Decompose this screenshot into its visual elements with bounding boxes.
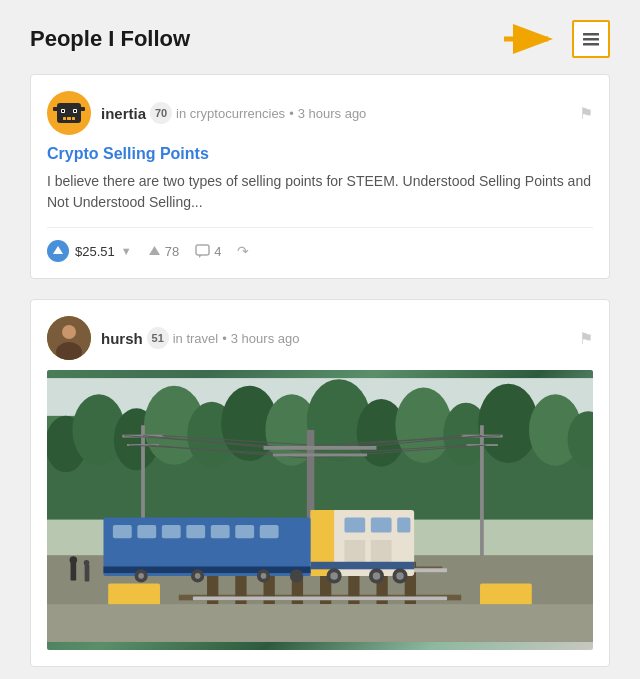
svg-marker-15: [53, 246, 63, 254]
post-category-2: in travel: [173, 331, 219, 346]
svg-point-85: [396, 572, 404, 580]
svg-rect-87: [113, 525, 132, 538]
person-avatar-icon: [47, 316, 91, 360]
svg-rect-74: [344, 518, 365, 533]
post-meta-2: hursh 51 in travel • 3 hours ago: [47, 316, 299, 360]
svg-rect-3: [583, 38, 599, 41]
post-excerpt-1: I believe there are two types of selling…: [47, 171, 593, 213]
train-scene-svg: [47, 370, 593, 650]
svg-rect-79: [311, 562, 415, 570]
user-info-2: hursh 51 in travel • 3 hours ago: [101, 327, 299, 349]
username-inertia[interactable]: inertia: [101, 105, 146, 122]
svg-rect-90: [186, 525, 205, 538]
svg-rect-108: [47, 604, 593, 642]
upvote-icon: [52, 245, 64, 257]
svg-point-107: [84, 560, 90, 566]
svg-marker-16: [149, 246, 160, 255]
svg-rect-75: [371, 518, 392, 533]
svg-rect-91: [211, 525, 230, 538]
svg-rect-92: [235, 525, 254, 538]
svg-point-20: [62, 325, 76, 339]
svg-rect-12: [63, 117, 66, 120]
comment-icon: [195, 244, 210, 259]
flag-icon-1[interactable]: ⚑: [579, 104, 593, 123]
svg-rect-57: [264, 446, 377, 450]
svg-rect-11: [74, 110, 76, 112]
post-image-2: [47, 370, 593, 650]
svg-rect-58: [273, 454, 367, 457]
monster-avatar-icon: [53, 97, 85, 129]
svg-rect-104: [71, 562, 77, 581]
svg-rect-2: [583, 33, 599, 36]
svg-rect-88: [137, 525, 156, 538]
post-category-1: in cryptocurrencies: [176, 106, 285, 121]
svg-rect-13: [67, 117, 71, 120]
reputation-inertia: 70: [150, 102, 172, 124]
avatar-hursh: [47, 316, 91, 360]
upvote-number-1: 78: [165, 244, 179, 259]
comment-number-1: 4: [214, 244, 221, 259]
page-header: People I Follow: [30, 20, 610, 58]
post-card-2: hursh 51 in travel • 3 hours ago ⚑: [30, 299, 610, 667]
share-icon-1[interactable]: ↷: [237, 243, 249, 259]
svg-point-83: [373, 572, 381, 580]
arrow-icon: [504, 21, 564, 57]
svg-point-81: [330, 572, 338, 580]
divider-1: [47, 227, 593, 228]
post-time-2b: 3 hours ago: [231, 331, 300, 346]
svg-marker-18: [199, 255, 202, 258]
svg-rect-106: [85, 565, 90, 582]
post-time-1: •: [289, 106, 294, 121]
svg-point-101: [290, 569, 303, 582]
post-header-1: inertia 70 in cryptocurrencies • 3 hours…: [47, 91, 593, 135]
upvotes-count-1[interactable]: 78: [148, 244, 179, 259]
post-meta-1: inertia 70 in cryptocurrencies • 3 hours…: [47, 91, 366, 135]
svg-rect-6: [53, 107, 59, 111]
svg-rect-7: [79, 107, 85, 111]
post-actions-1: $25.51 ▼ 78 4 ↷: [47, 240, 593, 262]
user-info-1: inertia 70 in cryptocurrencies • 3 hours…: [101, 102, 366, 124]
flag-icon-2[interactable]: ⚑: [579, 329, 593, 348]
svg-rect-10: [62, 110, 64, 112]
header-right: [504, 20, 610, 58]
svg-rect-94: [103, 566, 310, 573]
list-icon: [581, 29, 601, 49]
svg-rect-17: [196, 245, 209, 255]
post-card-1: inertia 70 in cryptocurrencies • 3 hours…: [30, 74, 610, 279]
svg-rect-76: [397, 518, 410, 533]
page-title: People I Follow: [30, 26, 190, 52]
list-view-button[interactable]: [572, 20, 610, 58]
svg-rect-14: [72, 117, 75, 120]
svg-rect-89: [162, 525, 181, 538]
vote-circle-icon: [47, 240, 69, 262]
vote-dropdown-1[interactable]: ▼: [121, 245, 132, 257]
svg-point-96: [138, 573, 144, 579]
svg-point-100: [261, 573, 267, 579]
svg-rect-93: [260, 525, 279, 538]
username-hursh[interactable]: hursh: [101, 330, 143, 347]
reputation-hursh: 51: [147, 327, 169, 349]
svg-rect-4: [583, 43, 599, 46]
svg-point-37: [478, 384, 538, 463]
svg-rect-71: [193, 597, 447, 601]
page-wrapper: People I Follow: [0, 0, 640, 679]
avatar-inertia: [47, 91, 91, 135]
vote-button-1[interactable]: $25.51 ▼: [47, 240, 132, 262]
svg-point-105: [70, 556, 78, 564]
post-header-2: hursh 51 in travel • 3 hours ago ⚑: [47, 316, 593, 360]
post-title-1[interactable]: Crypto Selling Points: [47, 145, 593, 163]
svg-point-98: [195, 573, 201, 579]
post-time-2: •: [222, 331, 227, 346]
post-time-1b: 3 hours ago: [298, 106, 367, 121]
vote-amount-1: $25.51: [75, 244, 115, 259]
upvote-count-icon: [148, 245, 161, 258]
comments-count-1[interactable]: 4: [195, 244, 221, 259]
